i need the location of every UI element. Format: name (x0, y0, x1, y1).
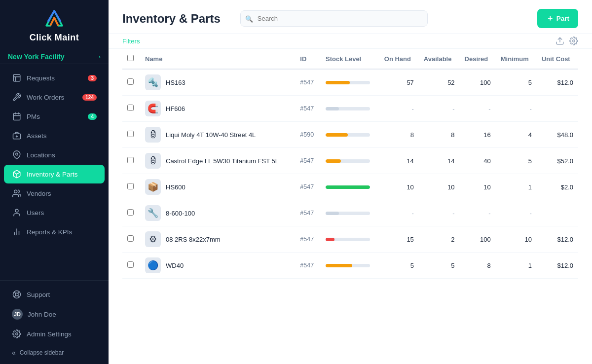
row-available: - (419, 96, 460, 122)
row-name-cell: 🔵 WD40 (140, 253, 295, 279)
row-stock-level (321, 200, 379, 226)
add-part-button[interactable]: ＋ Part (537, 9, 578, 28)
part-thumbnail: 🔩 (145, 74, 161, 90)
stock-bar (326, 81, 350, 84)
sidebar-item-label: Reports & KPIs (27, 228, 72, 236)
sidebar-item-assets[interactable]: Assets (4, 126, 105, 145)
stock-bar (326, 264, 352, 267)
filters-link[interactable]: Filters (122, 37, 140, 45)
sidebar-item-admin[interactable]: Admin Settings (4, 325, 105, 343)
row-select-checkbox[interactable] (127, 261, 134, 268)
collapse-sidebar-button[interactable]: « Collapse sidebar (4, 344, 105, 361)
row-select-checkbox[interactable] (127, 78, 134, 85)
svg-line-22 (14, 295, 16, 297)
row-id: #547 (295, 253, 321, 279)
row-id: #547 (295, 96, 321, 122)
sidebar-item-work-orders[interactable]: Work Orders 124 (4, 88, 105, 107)
row-select-checkbox[interactable] (127, 209, 134, 216)
row-select-checkbox[interactable] (127, 183, 134, 189)
row-checkbox (122, 69, 140, 96)
sidebar-item-label: Locations (27, 151, 55, 159)
topbar: Inventory & Parts 🔍 ＋ Part (109, 0, 592, 34)
row-minimum: 1 (496, 174, 537, 200)
table-row: ⚙ 08 2RS 8x22x7mm #547 15 2 100 10 $12.0 (122, 226, 578, 253)
table-row: 🧲 HF606 #547 - - - - (122, 96, 578, 122)
row-id: #590 (295, 122, 321, 148)
settings-icon[interactable] (569, 36, 578, 45)
sidebar-item-requests[interactable]: Requests 3 (4, 69, 105, 87)
sidebar-item-support[interactable]: Support (4, 285, 105, 304)
stock-bar-container (326, 159, 370, 163)
select-all-checkbox[interactable] (127, 55, 134, 61)
row-select-checkbox[interactable] (127, 105, 134, 111)
stock-bar-container (326, 133, 370, 137)
row-available: 2 (419, 226, 460, 253)
chevron-icon: › (99, 54, 101, 60)
stock-bar-container (326, 107, 370, 110)
part-thumbnail: 🧲 (145, 101, 161, 116)
row-name-cell: 🔧 8-600-100 (140, 200, 295, 226)
sidebar-item-users[interactable]: Users (4, 203, 105, 222)
support-icon (12, 290, 22, 299)
sidebar-item-label: Assets (27, 132, 47, 140)
search-input[interactable] (240, 10, 428, 27)
sidebar-item-pms[interactable]: PMs 4 (4, 107, 105, 126)
row-on-hand: 5 (379, 253, 419, 279)
row-on-hand: - (379, 200, 419, 226)
row-minimum: 10 (496, 226, 537, 253)
sidebar-item-inventory[interactable]: Inventory & Parts (4, 165, 105, 183)
row-unit-cost: $52.0 (537, 148, 578, 174)
header-unit-cost: Unit Cost (537, 49, 578, 69)
facility-name[interactable]: New York Facility › (8, 53, 101, 61)
stock-bar (326, 212, 339, 215)
row-unit-cost: $12.0 (537, 226, 578, 253)
row-unit-cost (537, 96, 578, 122)
table-row: 🔵 WD40 #547 5 5 8 1 $12.0 (122, 253, 578, 279)
inventory-icon (12, 169, 22, 179)
row-checkbox (122, 253, 140, 279)
table-container: Name ID Stock Level On Hand Available De… (109, 49, 592, 364)
part-name: HS600 (166, 183, 185, 191)
row-select-checkbox[interactable] (127, 131, 134, 137)
user-avatar: JD (12, 309, 23, 320)
row-stock-level (321, 174, 379, 200)
stock-bar-container (326, 81, 370, 84)
row-on-hand: 57 (379, 69, 419, 96)
stock-bar (326, 238, 334, 241)
row-name-cell: ⚙ 08 2RS 8x22x7mm (140, 226, 295, 253)
part-name: Liqui Moly 4T 10W-40 Street 4L (166, 131, 256, 139)
svg-line-20 (18, 295, 19, 297)
work-orders-badge: 124 (82, 94, 97, 101)
sidebar-item-user[interactable]: JD John Doe (4, 304, 105, 324)
pms-badge: 4 (88, 113, 97, 120)
row-id: #547 (295, 200, 321, 226)
part-name: Castrol Edge LL 5W30 Titanium FST 5L (166, 157, 279, 165)
row-name-cell: 🛢 Liqui Moly 4T 10W-40 Street 4L (140, 122, 295, 148)
header-name: Name (140, 49, 295, 69)
topbar-right: ＋ Part (537, 9, 578, 28)
row-checkbox (122, 200, 140, 226)
sidebar-item-label: Inventory & Parts (27, 171, 78, 178)
part-thumbnail: 🔵 (145, 257, 161, 273)
header-checkbox-col (122, 49, 140, 69)
row-select-checkbox[interactable] (127, 235, 134, 242)
stock-bar-container (326, 212, 370, 215)
add-part-label: Part (556, 15, 569, 22)
stock-bar-container (326, 238, 370, 241)
page-title: Inventory & Parts (122, 12, 221, 26)
main-content: Inventory & Parts 🔍 ＋ Part Filters (109, 0, 592, 364)
sidebar-item-locations[interactable]: Locations (4, 146, 105, 164)
row-select-checkbox[interactable] (127, 157, 134, 163)
row-checkbox (122, 148, 140, 174)
row-stock-level (321, 96, 379, 122)
filter-row: Filters (109, 34, 592, 49)
sidebar-item-reports[interactable]: Reports & KPIs (4, 222, 105, 241)
sidebar-item-vendors[interactable]: Vendors (4, 184, 105, 203)
row-minimum: - (496, 96, 537, 122)
requests-badge: 3 (88, 75, 97, 81)
row-unit-cost (537, 200, 578, 226)
row-id: #547 (295, 174, 321, 200)
part-thumbnail: 🛢 (145, 127, 161, 143)
row-stock-level (321, 226, 379, 253)
export-icon[interactable] (555, 36, 564, 45)
